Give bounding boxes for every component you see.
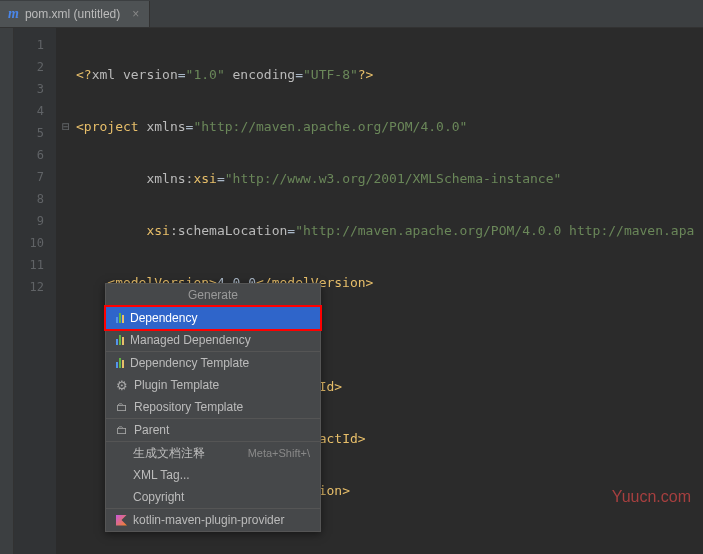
menu-label: Dependency Template <box>130 356 249 370</box>
menu-item-plugin-template[interactable]: ⚙ Plugin Template <box>106 374 320 396</box>
watermark: Yuucn.com <box>612 488 691 506</box>
plugin-icon: ⚙ <box>116 378 128 393</box>
menu-label: 生成文档注释 <box>133 445 205 462</box>
maven-icon: m <box>8 6 19 22</box>
line-number: 3 <box>14 78 56 100</box>
fold-collapse-icon[interactable]: ⊟ <box>62 116 76 138</box>
popup-title: Generate <box>106 284 320 306</box>
menu-label: XML Tag... <box>133 468 190 482</box>
menu-label: Managed Dependency <box>130 333 251 347</box>
line-number: 2 <box>14 56 56 78</box>
menu-label: Dependency <box>130 311 197 325</box>
menu-item-kotlin-provider[interactable]: kotlin-maven-plugin-provider <box>106 509 320 531</box>
tab-pom-xml[interactable]: m pom.xml (untitled) × <box>0 1 150 27</box>
menu-item-copyright[interactable]: Copyright <box>106 486 320 508</box>
menu-item-dependency[interactable]: Dependency <box>106 307 320 329</box>
menu-label: Plugin Template <box>134 378 219 392</box>
parent-icon: 🗀 <box>116 423 128 437</box>
line-number: 11 <box>14 254 56 276</box>
menu-item-xml-tag[interactable]: XML Tag... <box>106 464 320 486</box>
close-icon[interactable]: × <box>132 7 139 21</box>
menu-item-managed-dependency[interactable]: Managed Dependency <box>106 329 320 351</box>
bars-icon <box>116 358 124 368</box>
menu-label: Parent <box>134 423 169 437</box>
kotlin-icon <box>116 515 127 526</box>
menu-item-repository-template[interactable]: 🗀 Repository Template <box>106 396 320 418</box>
left-gutter-strip <box>0 28 14 554</box>
shortcut-label: Meta+Shift+\ <box>248 447 310 459</box>
tab-label: pom.xml (untitled) <box>25 7 120 21</box>
line-number: 12 <box>14 276 56 298</box>
line-number: 8 <box>14 188 56 210</box>
line-number: 4 <box>14 100 56 122</box>
line-number-gutter: 1 2 3 4 5 6 7 8 9 10 11 12 <box>14 28 56 554</box>
menu-label: Copyright <box>133 490 184 504</box>
line-number: 5 <box>14 122 56 144</box>
line-number: 9 <box>14 210 56 232</box>
line-number: 6 <box>14 144 56 166</box>
line-number: 7 <box>14 166 56 188</box>
menu-label: kotlin-maven-plugin-provider <box>133 513 284 527</box>
bars-icon <box>116 313 124 323</box>
line-number: 1 <box>14 34 56 56</box>
fold-icon[interactable] <box>62 64 76 86</box>
repository-icon: 🗀 <box>116 400 128 414</box>
menu-item-doc-comment[interactable]: 生成文档注释 Meta+Shift+\ <box>106 442 320 464</box>
menu-item-dependency-template[interactable]: Dependency Template <box>106 352 320 374</box>
menu-label: Repository Template <box>134 400 243 414</box>
generate-popup: Generate Dependency Managed Dependency D… <box>105 283 321 532</box>
menu-item-parent[interactable]: 🗀 Parent <box>106 419 320 441</box>
tab-bar: m pom.xml (untitled) × <box>0 0 703 28</box>
bars-icon <box>116 335 124 345</box>
line-number: 10 <box>14 232 56 254</box>
